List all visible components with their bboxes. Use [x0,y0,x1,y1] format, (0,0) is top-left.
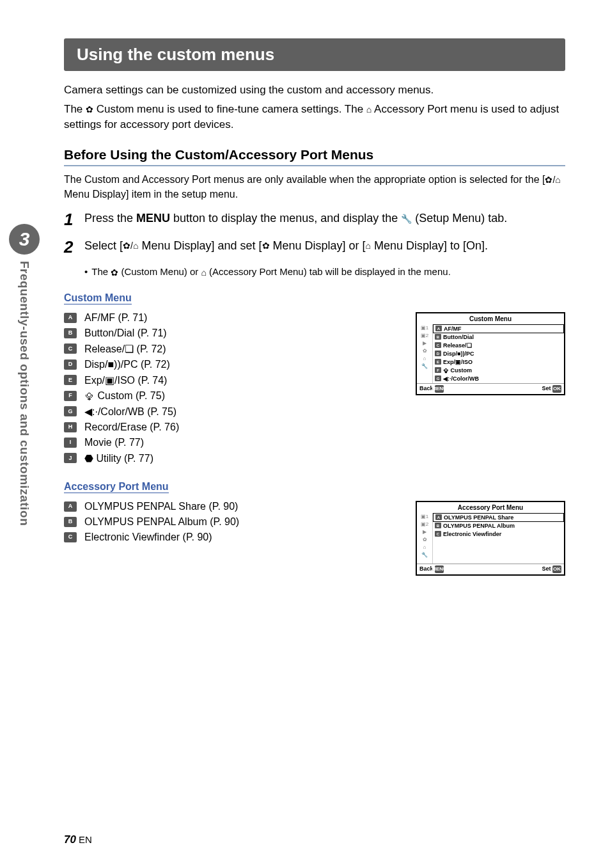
set-label: Set [542,565,551,572]
port-tab-icon: ⌂ [417,544,432,551]
list-item: BButton/Dial (P. 71) [64,327,396,339]
page-title: Using the custom menus [64,38,565,71]
tab-icon-b: B [64,517,77,527]
list-item: EExp/▣/ISO (P. 74) [64,374,396,386]
accessory-menu-list: AOLYMPUS PENPAL Share (P. 90) BOLYMPUS P… [64,501,396,547]
set-label: Set [542,385,551,391]
page-number: 70 [64,833,76,846]
table-row: CRelease/❏ [433,342,564,350]
tab-icon-c: C [64,532,77,542]
tab-icon-h: H [64,422,77,432]
tab-icon-g: G [64,406,77,416]
page-lang: EN [79,834,92,845]
list-item: HRecord/Erase (P. 76) [64,422,396,433]
list-item: BOLYMPUS PENPAL Album (P. 90) [64,516,396,528]
screenshot-side-tabs: ▣1 ▣2 ▶ ✿ ⌂ 🔧 [417,513,432,564]
camera2-tab-icon: ▣2 [417,521,432,528]
screenshot-side-tabs: ▣1 ▣2 ▶ ✿ ⌂ 🔧 [417,324,432,383]
wrench-tab-icon: 🔧 [417,551,432,559]
camera1-tab-icon: ▣1 [417,324,432,332]
step-2: 2 Select [✿/⌂ Menu Display] and set [✿ M… [64,238,565,256]
table-row: G◀:·/Color/WB [433,375,564,383]
list-item: G◀:·/Color/WB (P. 75) [64,406,396,418]
gear-port-icon: ✿/⌂ [123,240,138,253]
ok-key-icon: OK [552,565,561,573]
side-chapter-tab: 3 Frequently-used options and customizat… [9,224,40,556]
before-note: The Custom and Accessory Port menus are … [64,173,565,201]
accessory-menu-label: Accessory Port Menu [64,481,169,493]
gear-icon: ✿ [262,240,270,253]
before-heading: Before Using the Custom/Accessory Port M… [64,147,565,166]
gear-port-icon: ✿/⌂ [545,174,560,187]
play-tab-icon: ▶ [417,340,432,347]
table-row: EExp/▣/ISO [433,358,564,367]
tab-icon-a: A [64,313,77,323]
table-row [433,555,564,564]
ok-key-icon: OK [552,385,561,393]
menu-key-icon: MENU [435,565,444,573]
menu-key-icon: MENU [435,385,444,393]
table-row [433,547,564,555]
list-item: CElectronic Viewfinder (P. 90) [64,532,396,543]
wrench-tab-icon: 🔧 [417,363,432,370]
custom-menu-label: Custom Menu [64,292,132,304]
list-item: CRelease/❏ (P. 72) [64,343,396,355]
tab-icon-d: D [64,359,77,370]
menu-button-label: MENU [136,212,170,225]
custom-menu-list: AAF/MF (P. 71) BButton/Dial (P. 71) CRel… [64,312,396,468]
custom-menu-screenshot: Custom Menu ▣1 ▣2 ▶ ✿ ⌂ 🔧 AAF/MF BButton… [416,312,565,395]
gear-tab-icon: ✿ [417,536,432,544]
chapter-title: Frequently-used options and customizatio… [17,261,31,526]
play-tab-icon: ▶ [417,528,432,536]
gear-icon: ✿ [111,266,118,279]
list-item: J⬣ Utility (P. 77) [64,452,396,464]
table-row: BButton/Dial [433,333,564,342]
step-number: 1 [64,210,84,229]
table-row: AAF/MF [433,324,564,333]
tab-icon-f: F [64,391,77,401]
table-row [433,539,564,547]
screenshot-title: Accessory Port Menu [417,502,564,513]
tab-icon-a: A [64,501,77,512]
table-row: BOLYMPUS PENPAL Album [433,522,564,530]
step-2-bullet: • The ✿ (Custom Menu) or ⌂ (Accessory Po… [84,265,565,279]
intro-p1: Camera settings can be customized using … [64,83,565,98]
step-1: 1 Press the MENU button to display the m… [64,210,565,229]
intro-text: Camera settings can be customized using … [64,83,565,132]
list-item: AAF/MF (P. 71) [64,312,396,324]
list-item: IMovie (P. 77) [64,437,396,448]
intro-p2: The ✿ Custom menu is used to fine-tune c… [64,102,565,132]
camera2-tab-icon: ▣2 [417,332,432,340]
table-row: CElectronic Viewfinder [433,530,564,539]
screenshot-title: Custom Menu [417,313,564,324]
accessory-menu-screenshot: Accessory Port Menu ▣1 ▣2 ▶ ✿ ⌂ 🔧 AOLYMP… [416,501,565,576]
chapter-number: 3 [9,224,40,255]
list-item: F⯓ Custom (P. 75) [64,390,396,402]
wrench-icon: 🔧 [401,213,412,226]
tab-icon-c: C [64,343,77,354]
accessory-port-icon: ⌂ [366,240,371,253]
page-footer: 70 EN [64,833,92,846]
list-item: DDisp/■))/PC (P. 72) [64,359,396,370]
camera1-tab-icon: ▣1 [417,513,432,521]
table-row: F⯓ Custom [433,367,564,375]
table-row: AOLYMPUS PENPAL Share [433,513,564,522]
table-row: DDisp/■))/PC [433,350,564,358]
port-tab-icon: ⌂ [417,355,432,363]
list-item: AOLYMPUS PENPAL Share (P. 90) [64,501,396,512]
step-number: 2 [64,238,84,256]
tab-icon-b: B [64,328,77,338]
tab-icon-i: I [64,438,77,448]
gear-tab-icon: ✿ [417,347,432,355]
accessory-port-icon: ⌂ [201,266,206,279]
tab-icon-e: E [64,375,77,385]
tab-icon-j: J [64,453,77,463]
gear-icon: ✿ [86,104,93,116]
